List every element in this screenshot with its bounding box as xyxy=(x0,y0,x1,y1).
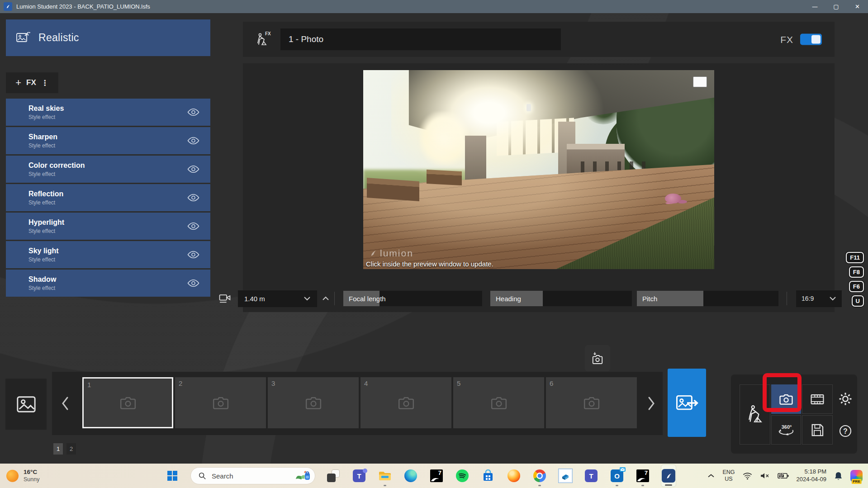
camera-height-up-button[interactable] xyxy=(320,290,332,307)
add-fx-button[interactable]: + FX ⋮ xyxy=(6,72,58,93)
copilot-icon[interactable]: PRE xyxy=(850,470,863,482)
svg-text:FX: FX xyxy=(265,31,271,36)
fx-toggle-label: FX xyxy=(780,34,793,45)
edge-icon xyxy=(404,469,417,482)
camera-icon xyxy=(303,394,324,412)
taskbar-app-sketchup[interactable] xyxy=(558,464,573,487)
search-highlight-graphic[interactable] xyxy=(295,470,311,482)
photo-mode-button[interactable] xyxy=(740,384,770,445)
photo-library-button[interactable] xyxy=(5,379,47,430)
copilot-pre-badge: PRE xyxy=(851,479,861,484)
close-button[interactable]: ✕ xyxy=(847,0,868,13)
teams-icon: T xyxy=(585,469,598,482)
photo-preview-render[interactable]: lumion Click inside the preview window t… xyxy=(363,70,714,269)
save-photo-set-button[interactable] xyxy=(802,415,833,445)
taskbar-app-firefox[interactable] xyxy=(506,464,522,487)
fx-toggle-switch[interactable] xyxy=(800,34,822,45)
taskbar-app-teams-chat[interactable]: T xyxy=(351,464,367,487)
photo-name-input[interactable]: 1 - Photo xyxy=(280,28,561,50)
photo-thumbnail-strip: 1 2 3 4 5 6 xyxy=(52,372,663,435)
photo-thumbnail-1[interactable]: 1 xyxy=(82,377,173,428)
sunny-weather-icon xyxy=(6,470,19,482)
render-photo-button[interactable] xyxy=(668,369,706,437)
current-style-label: Realistic xyxy=(38,32,79,44)
strip-prev-button[interactable] xyxy=(60,396,70,411)
effect-item-sky-light[interactable]: Sky light Style effect xyxy=(6,241,210,268)
kebab-menu-icon[interactable]: ⋮ xyxy=(41,78,49,88)
plus-icon: + xyxy=(15,77,21,89)
eye-icon[interactable] xyxy=(187,137,199,145)
strip-page-2[interactable]: 2 xyxy=(66,443,76,455)
chevron-down-icon xyxy=(304,296,311,301)
firefox-icon xyxy=(508,469,520,482)
eye-icon[interactable] xyxy=(187,108,199,117)
key-f6: F6 xyxy=(849,281,864,292)
taskbar-start-button[interactable] xyxy=(165,464,180,487)
photo-camera-mode-button[interactable] xyxy=(771,384,801,414)
taskbar-app-file-explorer[interactable] xyxy=(377,464,393,487)
volume-muted-icon[interactable] xyxy=(760,472,770,479)
taskbar-search-box[interactable]: Search xyxy=(190,467,315,484)
app-content: Realistic + FX ⋮ Real skies Style effect… xyxy=(0,13,868,464)
heading-slider[interactable]: Heading xyxy=(490,291,632,306)
camera-height-select[interactable]: 1.40 m xyxy=(238,290,317,307)
effect-item-reflection[interactable]: Reflection Style effect xyxy=(6,184,210,211)
taskbar-app-task-view[interactable] xyxy=(326,464,341,487)
effect-item-shadow[interactable]: Shadow Style effect xyxy=(6,270,210,297)
help-button[interactable]: ? xyxy=(835,420,856,442)
taskbar-app-rhino7[interactable]: 7 xyxy=(429,464,444,487)
movie-mode-button[interactable] xyxy=(802,384,833,414)
focal-length-slider[interactable]: Focal length xyxy=(343,291,482,306)
chevron-down-icon xyxy=(829,296,836,301)
photo-thumbnail-4[interactable]: 4 xyxy=(360,377,451,428)
effect-item-hyperlight[interactable]: Hyperlight Style effect xyxy=(6,213,210,240)
taskbar-app-rhino7-second[interactable]: 7 xyxy=(635,464,650,487)
pitch-slider[interactable]: Pitch xyxy=(637,291,778,306)
eye-icon[interactable] xyxy=(187,194,199,202)
photographer-fx-icon: FX xyxy=(256,31,272,48)
taskbar-app-lumion[interactable] xyxy=(661,464,676,487)
eye-icon[interactable] xyxy=(187,251,199,259)
taskbar-app-outlook[interactable]: O xyxy=(609,464,625,487)
eye-icon[interactable] xyxy=(187,279,199,288)
maximize-button[interactable]: ▢ xyxy=(825,0,847,13)
photo-thumbnail-5[interactable]: 5 xyxy=(453,377,544,428)
mode-tools-panel: 360° ? xyxy=(731,374,857,454)
store-camera-button[interactable] xyxy=(585,345,610,371)
notification-bell-icon[interactable] xyxy=(834,471,843,481)
eye-icon[interactable] xyxy=(187,165,199,174)
lumion-watermark: lumion xyxy=(369,248,413,259)
taskbar-app-edge[interactable] xyxy=(403,464,418,487)
language-indicator[interactable]: ENG US xyxy=(722,469,735,483)
minimize-button[interactable]: — xyxy=(804,0,825,13)
camera-icon xyxy=(210,394,231,412)
current-style-button[interactable]: Realistic xyxy=(6,19,210,56)
effect-item-color-correction[interactable]: Color correction Style effect xyxy=(6,156,210,183)
wifi-icon[interactable] xyxy=(743,472,752,480)
preview-corner-box[interactable] xyxy=(693,76,707,87)
taskbar-app-spotify[interactable] xyxy=(455,464,470,487)
camera-icon xyxy=(396,394,417,412)
clock-widget[interactable]: 5:18 PM 2024-04-09 xyxy=(797,468,827,483)
taskbar-app-chrome[interactable] xyxy=(532,464,547,487)
taskbar-weather-widget[interactable]: 16°C Sunny xyxy=(6,469,39,483)
settings-button[interactable] xyxy=(835,388,856,410)
strip-page-1[interactable]: 1 xyxy=(53,443,63,455)
effect-item-real-skies[interactable]: Real skies Style effect xyxy=(6,99,210,126)
tray-chevron-up-icon[interactable] xyxy=(707,474,715,478)
effect-item-sharpen[interactable]: Sharpen Style effect xyxy=(6,127,210,154)
battery-charging-icon[interactable] xyxy=(778,473,789,479)
video-camera-icon xyxy=(219,294,231,304)
taskbar-app-microsoft-store[interactable] xyxy=(480,464,496,487)
picture-icon xyxy=(16,394,37,415)
eye-icon[interactable] xyxy=(187,222,199,231)
photo-thumbnail-6[interactable]: 6 xyxy=(546,377,637,428)
taskbar-app-teams-work[interactable]: T xyxy=(583,464,599,487)
photo-thumbnail-3[interactable]: 3 xyxy=(268,377,359,428)
panorama-mode-button[interactable]: 360° xyxy=(771,415,801,445)
aspect-ratio-select[interactable]: 16:9 xyxy=(796,290,842,307)
photo-header-panel: FX 1 - Photo FX xyxy=(243,22,835,57)
photo-thumbnail-2[interactable]: 2 xyxy=(175,377,266,428)
effects-list: Real skies Style effect Sharpen Style ef… xyxy=(6,99,210,298)
strip-next-button[interactable] xyxy=(646,396,656,411)
